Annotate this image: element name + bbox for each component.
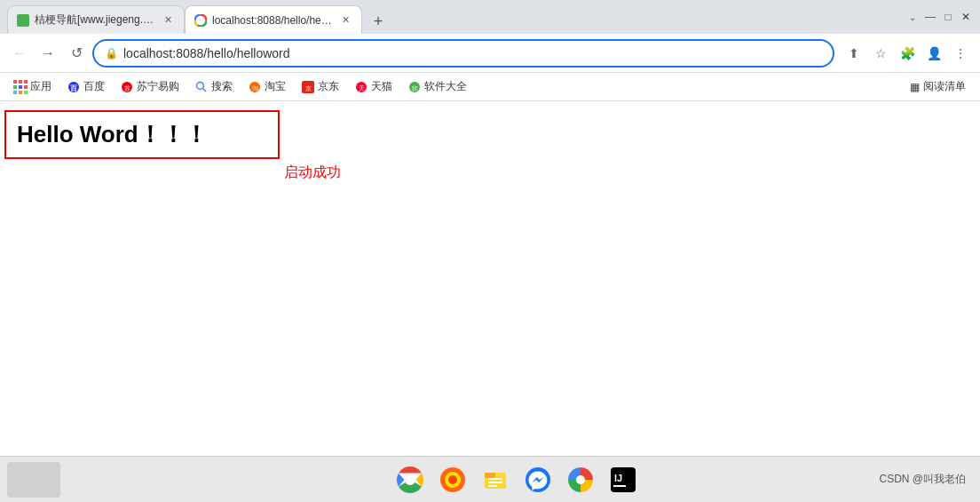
menu-button[interactable]: ⋮ xyxy=(948,41,973,66)
tab-title-localhost: localhost:8088/hello/hellowor xyxy=(212,14,333,27)
taskbar-photos-icon[interactable] xyxy=(565,464,597,496)
taskbar-files-icon[interactable] xyxy=(479,464,511,496)
page-content: Hello Word！！！ 启动成功 xyxy=(0,101,980,456)
bookmark-search-label: 搜索 xyxy=(211,79,233,94)
tabs-area: 桔梗导航[www.jiegeng.Com]_桌 ✕ localhost:8088… xyxy=(7,0,898,34)
taskbar: IJ CSDN @叫我老伯 xyxy=(0,456,980,502)
software-icon: 软 xyxy=(408,81,421,93)
bookmark-tmall[interactable]: 天 天猫 xyxy=(348,77,399,96)
bookmark-jd[interactable]: 京 京东 xyxy=(295,77,346,96)
svg-rect-23 xyxy=(485,473,495,478)
bookmark-baidu[interactable]: 百 百度 xyxy=(60,77,112,96)
svg-line-7 xyxy=(203,88,207,92)
tab-favicon-localhost xyxy=(194,14,207,27)
launch-success-text: 启动成功 xyxy=(284,163,341,182)
svg-text:IJ: IJ xyxy=(614,473,622,483)
bookmarks-bar: 应用 百 百度 苏 苏宁易购 xyxy=(0,73,980,101)
reading-list-button[interactable]: ▦ 阅读清单 xyxy=(903,77,973,96)
svg-point-6 xyxy=(197,82,204,89)
tab-localhost[interactable]: localhost:8088/hello/hellowor ✕ xyxy=(185,5,362,34)
taskbar-left-panel xyxy=(7,462,60,498)
forward-button[interactable]: → xyxy=(36,41,60,66)
tmall-icon: 天 xyxy=(355,81,368,93)
svg-point-1 xyxy=(199,18,203,22)
suning-icon: 苏 xyxy=(121,81,133,93)
taskbar-caprine-icon[interactable] xyxy=(522,464,554,496)
bookmark-taobao[interactable]: 淘 淘宝 xyxy=(241,77,293,96)
taskbar-intellij-icon[interactable]: IJ xyxy=(607,464,639,496)
baidu-icon: 百 xyxy=(67,81,80,93)
bookmark-baidu-label: 百度 xyxy=(83,79,105,94)
bookmark-software-label: 软件大全 xyxy=(424,79,467,94)
tab-jiegeng[interactable]: 桔梗导航[www.jiegeng.Com]_桌 ✕ xyxy=(7,5,185,34)
bookmarks-right: ▦ 阅读清单 xyxy=(903,77,973,96)
tab-favicon-jiegeng xyxy=(17,14,29,27)
window-controls: ⌄ — □ ✕ xyxy=(905,10,973,24)
address-input[interactable] xyxy=(123,46,822,60)
svg-point-29 xyxy=(576,475,585,484)
title-bar: 桔梗导航[www.jiegeng.Com]_桌 ✕ localhost:8088… xyxy=(0,0,980,34)
address-bar[interactable]: 🔒 xyxy=(92,39,834,68)
svg-text:天: 天 xyxy=(359,84,365,91)
bookmark-apps-label: 应用 xyxy=(30,79,51,94)
reload-button[interactable]: ↺ xyxy=(64,41,89,66)
svg-text:京: 京 xyxy=(305,84,312,91)
hello-word-box: Hello Word！！！ xyxy=(4,110,280,159)
taskbar-icons: IJ xyxy=(60,464,973,496)
svg-text:百: 百 xyxy=(70,84,77,92)
hello-word-text: Hello Word！！！ xyxy=(17,121,208,147)
svg-text:软: 软 xyxy=(412,84,418,91)
bookmark-star-button[interactable]: ☆ xyxy=(868,41,893,66)
tab-close-jiegeng[interactable]: ✕ xyxy=(161,13,175,28)
svg-point-21 xyxy=(448,475,457,484)
account-button[interactable]: 👤 xyxy=(921,41,946,66)
apps-grid-icon xyxy=(14,81,27,93)
tab-close-localhost[interactable]: ✕ xyxy=(338,13,352,28)
bookmark-software[interactable]: 软 软件大全 xyxy=(401,77,474,96)
close-button[interactable]: ✕ xyxy=(959,10,973,24)
share-button[interactable]: ⬆ xyxy=(842,41,866,66)
extensions-button[interactable]: 🧩 xyxy=(895,41,920,66)
svg-rect-31 xyxy=(613,485,626,487)
browser-window: 桔梗导航[www.jiegeng.Com]_桌 ✕ localhost:8088… xyxy=(0,0,980,502)
address-security-icon: 🔒 xyxy=(105,47,118,60)
reading-list-icon: ▦ xyxy=(910,81,920,93)
jd-icon: 京 xyxy=(302,81,314,93)
bookmark-search[interactable]: 搜索 xyxy=(188,77,240,96)
bookmark-taobao-label: 淘宝 xyxy=(265,79,286,94)
svg-rect-24 xyxy=(488,478,502,480)
bookmark-apps[interactable]: 应用 xyxy=(7,77,59,96)
search-bookmark-icon xyxy=(195,81,208,93)
new-tab-button[interactable]: + xyxy=(366,9,391,34)
svg-rect-25 xyxy=(488,482,502,483)
taobao-icon: 淘 xyxy=(249,81,261,93)
chevron-icon[interactable]: ⌄ xyxy=(905,10,920,24)
minimize-button[interactable]: — xyxy=(923,10,937,24)
nav-bar: ← → ↺ 🔒 ⬆ ☆ 🧩 👤 ⋮ xyxy=(0,34,980,73)
taskbar-chrome-icon[interactable] xyxy=(394,464,426,496)
reading-list-label: 阅读清单 xyxy=(923,79,966,94)
back-button[interactable]: ← xyxy=(7,41,32,66)
maximize-button[interactable]: □ xyxy=(941,10,955,24)
svg-text:苏: 苏 xyxy=(124,84,130,91)
svg-point-17 xyxy=(405,474,415,485)
tab-title-jiegeng: 桔梗导航[www.jiegeng.Com]_桌 xyxy=(35,12,155,28)
svg-text:淘: 淘 xyxy=(252,84,258,91)
taskbar-csdn-label: CSDN @叫我老伯 xyxy=(879,472,966,487)
bookmark-jd-label: 京东 xyxy=(318,79,339,94)
svg-rect-26 xyxy=(488,485,497,487)
taskbar-firefox-icon[interactable] xyxy=(437,464,469,496)
nav-actions: ⬆ ☆ 🧩 👤 ⋮ xyxy=(842,41,973,66)
bookmark-suning-label: 苏宁易购 xyxy=(137,79,179,94)
bookmark-tmall-label: 天猫 xyxy=(371,79,392,94)
bookmark-suning[interactable]: 苏 苏宁易购 xyxy=(114,77,186,96)
